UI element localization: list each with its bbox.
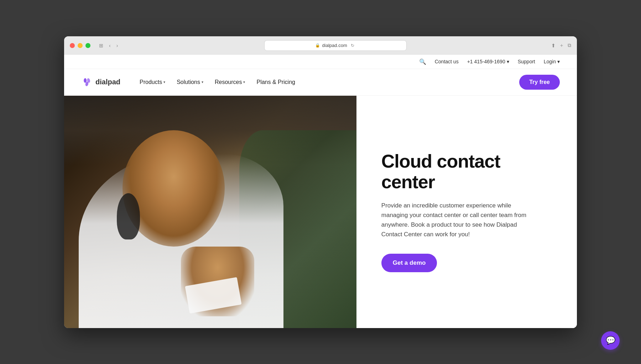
- maximize-button[interactable]: [85, 43, 90, 48]
- traffic-lights: [70, 43, 90, 48]
- headset-mic: [117, 193, 140, 240]
- browser-titlebar: ⊞ ‹ › 🔒 dialpad.com ↻ ⬆ ＋ ⧉: [64, 36, 577, 55]
- nav-item-products[interactable]: Products ▾: [135, 76, 170, 88]
- hero-description: Provide an incredible customer experienc…: [381, 201, 531, 239]
- chat-widget[interactable]: 💬: [601, 331, 620, 350]
- refresh-button[interactable]: ↻: [349, 42, 356, 49]
- solutions-chevron-icon: ▾: [202, 80, 203, 84]
- logo-text: dialpad: [95, 78, 120, 86]
- utility-bar: 🔍 Contact us +1 415-469-1690 ▾ Support L…: [64, 55, 577, 69]
- browser-actions: ⬆ ＋ ⧉: [551, 42, 571, 49]
- url-display: dialpad.com: [322, 43, 347, 48]
- hero-title: Cloud contact center: [381, 151, 556, 192]
- nav-item-pricing[interactable]: Plans & Pricing: [251, 76, 300, 88]
- nav-item-resources[interactable]: Resources ▾: [210, 76, 250, 88]
- hero-image: [64, 96, 356, 328]
- chat-widget-icon: 💬: [606, 336, 615, 345]
- hero-content: Cloud contact center Provide an incredib…: [356, 96, 577, 328]
- logo[interactable]: dialpad: [81, 77, 120, 88]
- new-tab-icon[interactable]: ＋: [559, 42, 564, 49]
- minimize-button[interactable]: [78, 43, 83, 48]
- nav-item-solutions[interactable]: Solutions ▾: [172, 76, 208, 88]
- try-free-button[interactable]: Try free: [519, 75, 560, 90]
- products-chevron-icon: ▾: [163, 80, 165, 84]
- login-chevron-icon: ▾: [557, 59, 560, 64]
- dialpad-logo-icon: [81, 77, 93, 88]
- get-demo-button[interactable]: Get a demo: [381, 254, 437, 272]
- phone-link[interactable]: +1 415-469-1690 ▾: [467, 59, 509, 64]
- browser-controls: ⊞ ‹ ›: [98, 41, 119, 50]
- close-button[interactable]: [70, 43, 75, 48]
- main-nav: dialpad Products ▾ Solutions ▾ Resources…: [64, 69, 577, 96]
- resources-chevron-icon: ▾: [243, 80, 245, 84]
- back-button[interactable]: ‹: [108, 41, 112, 50]
- phone-chevron-icon: ▾: [507, 59, 509, 64]
- page-content: 🔍 Contact us +1 415-469-1690 ▾ Support L…: [64, 55, 577, 328]
- login-link[interactable]: Login ▾: [544, 59, 560, 64]
- browser-window: ⊞ ‹ › 🔒 dialpad.com ↻ ⬆ ＋ ⧉ 🔍 Contact us…: [64, 36, 577, 328]
- forward-button[interactable]: ›: [115, 41, 120, 50]
- support-link[interactable]: Support: [518, 59, 535, 64]
- hero-section: Cloud contact center Provide an incredib…: [64, 96, 577, 328]
- address-bar[interactable]: 🔒 dialpad.com ↻: [264, 40, 407, 51]
- svg-point-0: [84, 78, 87, 83]
- sidebar-tabs-icon[interactable]: ⧉: [568, 42, 571, 48]
- hero-photo-background: [64, 96, 356, 328]
- search-button[interactable]: 🔍: [419, 58, 426, 65]
- lock-icon: 🔒: [315, 43, 320, 48]
- share-icon[interactable]: ⬆: [551, 43, 556, 48]
- nav-items: Products ▾ Solutions ▾ Resources ▾ Plans…: [135, 76, 519, 88]
- sidebar-icon[interactable]: ⊞: [98, 41, 105, 50]
- contact-us-link[interactable]: Contact us: [435, 59, 459, 64]
